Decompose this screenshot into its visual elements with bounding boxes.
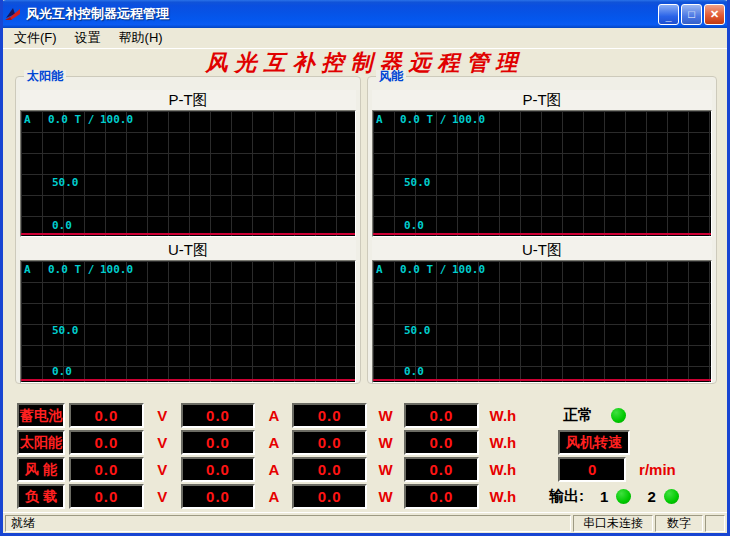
battery-label: 蓄电池: [17, 403, 65, 428]
chart-title: U-T图: [372, 240, 712, 260]
solar-pt-block: P-T图 A 0.0 T / 100.0 50.0 0.0: [20, 90, 356, 237]
app-logo-icon: [4, 5, 22, 23]
wind-energy-display: 0.0: [404, 457, 479, 482]
wind-voltage-display: 0.0: [69, 457, 144, 482]
readout-row-load: 负 载 0.0 V 0.0 A 0.0 W 0.0 W.h 输出: 1 2: [17, 484, 727, 509]
menu-settings[interactable]: 设置: [66, 28, 110, 48]
charts-area: 太阳能 P-T图 A 0.0 T / 100.0 50.0 0.0 U-T图 A…: [3, 76, 727, 384]
statusbar-serial-status: 串口未连接: [573, 515, 653, 532]
solar-power-display: 0.0: [292, 430, 367, 455]
system-status-cell: 正常: [549, 406, 727, 425]
solar-energy-display: 0.0: [404, 430, 479, 455]
solar-current-display: 0.0: [181, 430, 256, 455]
chart-baseline: [373, 233, 711, 235]
statusbar-blank-panel: [705, 515, 725, 532]
axis-marker: A: [24, 263, 31, 276]
output-2-led: [664, 489, 679, 504]
output-2-label: 2: [647, 488, 655, 505]
menubar: 文件(F) 设置 帮助(H): [3, 28, 727, 49]
axis-t-scale: 0.0 T /: [48, 113, 94, 126]
unit-watthour: W.h: [485, 407, 521, 424]
statusbar: 就绪 串口未连接 数字: [3, 512, 727, 533]
axis-y-mid: 50.0: [404, 324, 431, 337]
titlebar: 风光互补控制器远程管理 _ □ ✕: [0, 0, 730, 28]
axis-t-max: 100.0: [452, 263, 485, 276]
solar-ut-chart: A 0.0 T / 100.0 50.0 0.0: [20, 260, 356, 383]
minimize-button[interactable]: _: [658, 4, 679, 25]
menu-help[interactable]: 帮助(H): [110, 28, 172, 48]
wind-ut-block: U-T图 A 0.0 T / 100.0 50.0 0.0: [372, 240, 712, 383]
unit-volt: V: [150, 407, 175, 424]
solar-ut-block: U-T图 A 0.0 T / 100.0 50.0 0.0: [20, 240, 356, 383]
group-wind-label: 风能: [376, 70, 406, 83]
battery-voltage-display: 0.0: [69, 403, 144, 428]
unit-watt: W: [373, 434, 398, 451]
window-title: 风光互补控制器远程管理: [26, 5, 656, 23]
app-window: 风光互补控制器远程管理 _ □ ✕ 文件(F) 设置 帮助(H) 风光互补控制器…: [0, 0, 730, 536]
readouts-panel: 蓄电池 0.0 V 0.0 A 0.0 W 0.0 W.h 正常 太阳能 0.0…: [3, 403, 727, 511]
output-1-led: [616, 489, 631, 504]
axis-y-mid: 50.0: [52, 176, 79, 189]
statusbar-num-mode: 数字: [655, 515, 703, 532]
axis-t-scale: 0.0 T /: [400, 263, 446, 276]
wind-current-display: 0.0: [181, 457, 256, 482]
solar-label: 太阳能: [17, 430, 65, 455]
readout-row-battery: 蓄电池 0.0 V 0.0 A 0.0 W 0.0 W.h 正常: [17, 403, 727, 428]
output-status-cell: 输出: 1 2: [549, 487, 727, 506]
unit-watt: W: [373, 461, 398, 478]
unit-volt: V: [150, 488, 175, 505]
chart-title: P-T图: [20, 90, 356, 110]
axis-y-mid: 50.0: [404, 176, 431, 189]
axis-y-min: 0.0: [52, 219, 72, 232]
unit-amp: A: [261, 407, 286, 424]
output-label: 输出:: [549, 487, 584, 506]
load-energy-display: 0.0: [404, 484, 479, 509]
unit-rpm: r/min: [639, 461, 676, 478]
wind-power-display: 0.0: [292, 457, 367, 482]
axis-t-scale: 0.0 T /: [400, 113, 446, 126]
axis-y-mid: 50.0: [52, 324, 79, 337]
menu-file[interactable]: 文件(F): [5, 28, 66, 48]
fan-speed-display: 0: [558, 457, 626, 482]
chart-title: U-T图: [20, 240, 356, 260]
close-button[interactable]: ✕: [704, 4, 725, 25]
wind-ut-chart: A 0.0 T / 100.0 50.0 0.0: [372, 260, 712, 383]
unit-volt: V: [150, 461, 175, 478]
fan-speed-label: 风机转速: [558, 430, 630, 455]
chart-baseline: [21, 379, 355, 381]
page-title: 风光互补控制器远程管理: [3, 49, 727, 76]
output-1-label: 1: [600, 488, 608, 505]
axis-t-max: 100.0: [100, 113, 133, 126]
status-normal-label: 正常: [563, 406, 593, 425]
axis-y-min: 0.0: [404, 219, 424, 232]
fan-speed-label-cell: 风机转速: [549, 430, 727, 455]
unit-watt: W: [373, 407, 398, 424]
solar-voltage-display: 0.0: [69, 430, 144, 455]
group-solar-label: 太阳能: [24, 70, 66, 83]
unit-watt: W: [373, 488, 398, 505]
chart-baseline: [21, 233, 355, 235]
battery-power-display: 0.0: [292, 403, 367, 428]
fan-speed-value-cell: 0 r/min: [549, 457, 727, 482]
unit-amp: A: [261, 434, 286, 451]
maximize-button[interactable]: □: [681, 4, 702, 25]
readout-row-solar: 太阳能 0.0 V 0.0 A 0.0 W 0.0 W.h 风机转速: [17, 430, 727, 455]
axis-y-min: 0.0: [52, 365, 72, 378]
chart-baseline: [373, 379, 711, 381]
group-solar: 太阳能 P-T图 A 0.0 T / 100.0 50.0 0.0 U-T图 A…: [15, 76, 361, 384]
battery-energy-display: 0.0: [404, 403, 479, 428]
battery-current-display: 0.0: [181, 403, 256, 428]
load-voltage-display: 0.0: [69, 484, 144, 509]
load-label: 负 载: [17, 484, 65, 509]
axis-t-scale: 0.0 T /: [48, 263, 94, 276]
load-current-display: 0.0: [181, 484, 256, 509]
unit-watthour: W.h: [485, 488, 521, 505]
unit-watthour: W.h: [485, 434, 521, 451]
wind-label: 风 能: [17, 457, 65, 482]
unit-watthour: W.h: [485, 461, 521, 478]
load-power-display: 0.0: [292, 484, 367, 509]
chart-title: P-T图: [372, 90, 712, 110]
unit-amp: A: [261, 488, 286, 505]
axis-t-max: 100.0: [452, 113, 485, 126]
readout-row-wind: 风 能 0.0 V 0.0 A 0.0 W 0.0 W.h 0 r/min: [17, 457, 727, 482]
